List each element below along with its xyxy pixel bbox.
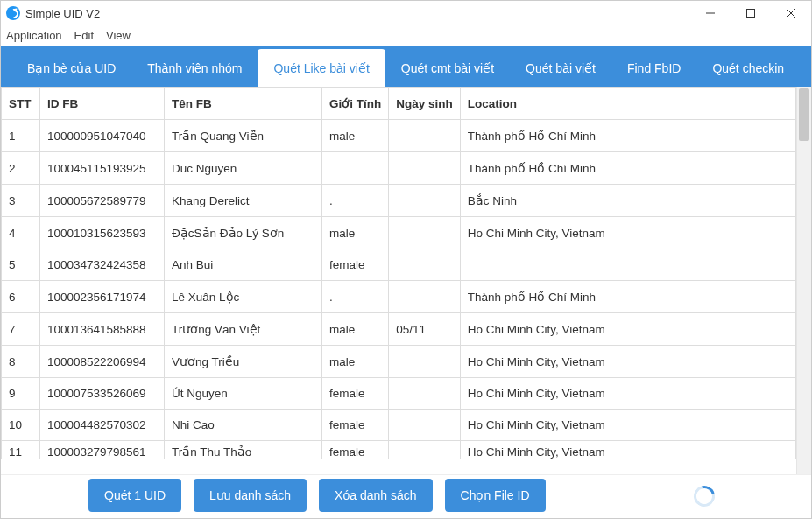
content-area: STT ID FB Tên FB Giới Tính Ngày sinh Loc… bbox=[1, 87, 811, 474]
minimize-button[interactable] bbox=[690, 1, 731, 25]
cell-ns bbox=[389, 441, 461, 459]
tab-scan-like[interactable]: Quét Like bài viết bbox=[258, 49, 385, 87]
table-row[interactable]: 10100004482570302Nhi CaofemaleHo Chi Min… bbox=[2, 410, 796, 441]
app-window: Simple UID V2 Application Edit View Bạn … bbox=[0, 0, 812, 519]
table-header-row: STT ID FB Tên FB Giới Tính Ngày sinh Loc… bbox=[2, 88, 796, 120]
cell-idfb: 100003279798561 bbox=[40, 441, 165, 459]
cell-loc bbox=[460, 249, 795, 281]
cell-ns bbox=[389, 249, 461, 281]
scrollbar-thumb[interactable] bbox=[799, 88, 809, 141]
menu-application[interactable]: Application bbox=[6, 29, 62, 42]
menu-edit[interactable]: Edit bbox=[74, 29, 94, 42]
table-row[interactable]: 4100010315623593ĐặcSản Đảo Lý SơnmaleHo … bbox=[2, 217, 796, 249]
cell-idfb: 100000951047040 bbox=[40, 120, 165, 152]
cell-ns bbox=[389, 217, 461, 249]
cell-gt: female bbox=[322, 249, 389, 281]
choose-file-button[interactable]: Chọn File ID bbox=[445, 479, 546, 512]
cell-ten: Khang Derelict bbox=[165, 185, 322, 217]
save-list-button[interactable]: Lưu danh sách bbox=[194, 479, 307, 512]
cell-idfb: 100004482570302 bbox=[40, 410, 165, 441]
cell-loc: Ho Chi Minh City, Vietnam bbox=[460, 346, 795, 378]
cell-idfb: 100013641585888 bbox=[40, 313, 165, 346]
cell-idfb: 100010315623593 bbox=[40, 217, 165, 249]
table-row[interactable]: 5100034732424358Anh Buifemale bbox=[2, 249, 796, 281]
cell-gt: female bbox=[322, 441, 389, 459]
window-title: Simple UID V2 bbox=[25, 7, 100, 20]
tab-friends[interactable]: Bạn bè của UID bbox=[11, 49, 131, 87]
cell-stt: 8 bbox=[2, 346, 40, 378]
cell-stt: 7 bbox=[2, 313, 40, 346]
tab-group[interactable]: Thành viên nhóm bbox=[131, 49, 258, 87]
menu-view[interactable]: View bbox=[106, 29, 131, 42]
vertical-scrollbar[interactable] bbox=[796, 87, 811, 474]
cell-gt: female bbox=[322, 410, 389, 441]
cell-ten: Trần Quang Viễn bbox=[165, 120, 322, 152]
cell-stt: 11 bbox=[2, 441, 40, 459]
cell-loc: Ho Chi Minh City, Vietnam bbox=[460, 410, 795, 441]
cell-ten: Lê Xuân Lộc bbox=[165, 281, 322, 313]
cell-gt: male bbox=[322, 346, 389, 378]
menubar: Application Edit View bbox=[1, 25, 811, 46]
tab-find-fbid[interactable]: Find FbID bbox=[611, 49, 696, 87]
cell-ns bbox=[389, 346, 461, 378]
svg-rect-1 bbox=[747, 10, 755, 18]
cell-idfb: 100045115193925 bbox=[40, 152, 165, 185]
cell-ten: Trần Thu Thảo bbox=[165, 441, 322, 459]
cell-ten: Duc Nguyen bbox=[165, 152, 322, 185]
cell-stt: 3 bbox=[2, 185, 40, 217]
tabs-bar: Bạn bè của UID Thành viên nhóm Quét Like… bbox=[1, 46, 811, 87]
table-wrap: STT ID FB Tên FB Giới Tính Ngày sinh Loc… bbox=[1, 87, 796, 474]
cell-ten: Anh Bui bbox=[165, 249, 322, 281]
cell-stt: 6 bbox=[2, 281, 40, 313]
cell-loc: Ho Chi Minh City, Vietnam bbox=[460, 378, 795, 410]
minimize-icon bbox=[706, 9, 715, 18]
cell-idfb: 100008522206994 bbox=[40, 346, 165, 378]
cell-ten: Vương Triều bbox=[165, 346, 322, 378]
col-ns[interactable]: Ngày sinh bbox=[389, 88, 461, 120]
scan-uid-button[interactable]: Quét 1 UID bbox=[88, 479, 181, 512]
cell-ns bbox=[389, 120, 461, 152]
cell-loc: Ho Chi Minh City, Vietnam bbox=[460, 441, 795, 459]
clear-list-button[interactable]: Xóa danh sách bbox=[319, 479, 432, 512]
window-controls bbox=[690, 1, 811, 25]
tab-scan-post[interactable]: Quét bài viết bbox=[510, 49, 611, 87]
loading-spinner-icon bbox=[690, 482, 719, 511]
cell-ns bbox=[389, 410, 461, 441]
cell-stt: 5 bbox=[2, 249, 40, 281]
table-row[interactable]: 7100013641585888Trương Văn Việtmale05/11… bbox=[2, 313, 796, 346]
table-row[interactable]: 8100008522206994Vương TriềumaleHo Chi Mi… bbox=[2, 346, 796, 378]
close-button[interactable] bbox=[771, 1, 811, 25]
col-ten[interactable]: Tên FB bbox=[165, 88, 322, 120]
table-row[interactable]: 1100000951047040Trần Quang ViễnmaleThành… bbox=[2, 120, 796, 152]
table-row[interactable]: 11100003279798561Trần Thu ThảofemaleHo C… bbox=[2, 441, 796, 459]
col-idfb[interactable]: ID FB bbox=[40, 88, 165, 120]
cell-ns bbox=[389, 378, 461, 410]
table-row[interactable]: 9100007533526069Út NguyenfemaleHo Chi Mi… bbox=[2, 378, 796, 410]
cell-loc: Thành phố Hồ Chí Minh bbox=[460, 120, 795, 152]
maximize-button[interactable] bbox=[731, 1, 771, 25]
footer: Quét 1 UID Lưu danh sách Xóa danh sách C… bbox=[1, 474, 811, 518]
cell-ns: 05/11 bbox=[389, 313, 461, 346]
maximize-icon bbox=[746, 9, 755, 18]
cell-gt bbox=[322, 152, 389, 185]
table-row[interactable]: 6100002356171974Lê Xuân Lộc.Thành phố Hồ… bbox=[2, 281, 796, 313]
cell-idfb: 100007533526069 bbox=[40, 378, 165, 410]
cell-stt: 10 bbox=[2, 410, 40, 441]
table-row[interactable]: 3100005672589779Khang Derelict.Bắc Ninh bbox=[2, 185, 796, 217]
cell-gt: . bbox=[322, 185, 389, 217]
cell-ten: ĐặcSản Đảo Lý Sơn bbox=[165, 217, 322, 249]
cell-gt: male bbox=[322, 217, 389, 249]
cell-loc: Thành phố Hồ Chí Minh bbox=[460, 281, 795, 313]
cell-ns bbox=[389, 281, 461, 313]
cell-loc: Thành phố Hồ Chí Minh bbox=[460, 152, 795, 185]
cell-gt: male bbox=[322, 120, 389, 152]
tab-checkin[interactable]: Quét checkin bbox=[696, 49, 800, 87]
tab-scan-cmt[interactable]: Quét cmt bài viết bbox=[385, 49, 510, 87]
cell-idfb: 100002356171974 bbox=[40, 281, 165, 313]
col-loc[interactable]: Location bbox=[460, 88, 795, 120]
cell-gt: female bbox=[322, 378, 389, 410]
table-row[interactable]: 2100045115193925Duc NguyenThành phố Hồ C… bbox=[2, 152, 796, 185]
cell-idfb: 100005672589779 bbox=[40, 185, 165, 217]
col-stt[interactable]: STT bbox=[2, 88, 40, 120]
col-gt[interactable]: Giới Tính bbox=[322, 88, 389, 120]
